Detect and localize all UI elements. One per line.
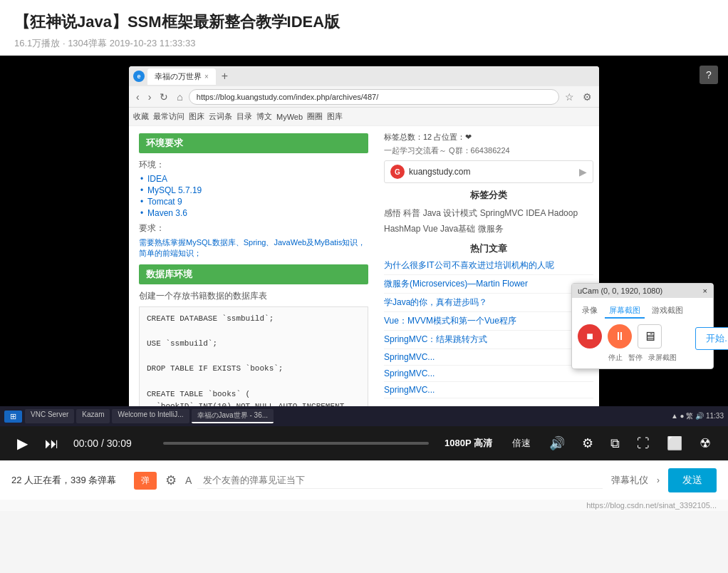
browser-logo: e <box>133 71 145 82</box>
page-title: 【狂神说Java】SSM框架最新整合教学IDEA版 <box>14 11 714 33</box>
tab-screenshot[interactable]: 屏幕截图 <box>605 304 645 319</box>
danmu-etiquette-link[interactable]: 弹幕礼仪 <box>611 474 648 487</box>
video-wrapper[interactable]: ? e 幸福の万世界 × + ‹ › ↻ ⌂ ☆ ⚙ 收藏 <box>0 56 728 426</box>
danmu-input[interactable] <box>197 472 603 489</box>
play-button[interactable]: ▶ <box>14 432 31 455</box>
hot-article-5[interactable]: SpringMVC：结果跳转方式 <box>384 334 593 349</box>
kuangstudy-domain: kuangstudy.com <box>409 167 575 177</box>
env-section-header: 环境要求 <box>139 133 368 153</box>
progress-bar[interactable] <box>163 442 429 445</box>
bookmark-myweb[interactable]: MyWeb <box>276 113 303 121</box>
screen-popup-close-icon[interactable]: × <box>703 286 707 295</box>
back-button[interactable]: ‹ <box>133 90 142 104</box>
bookmark-cloud[interactable]: 云词条 <box>209 111 232 122</box>
bookmark-button[interactable]: ☆ <box>562 90 577 104</box>
quality-button[interactable]: 1080P 高清 <box>440 434 496 453</box>
taskbar-systray: ▲ ● 繁 🔊 11:33 <box>671 411 724 421</box>
danmu-toggle-button[interactable]: 弹 <box>134 472 157 490</box>
sidebar-community: 一起学习交流看～ Q群：664386224 <box>384 145 593 156</box>
widescreen-button[interactable]: ⬜ <box>664 433 685 454</box>
taskbar-item-intellij[interactable]: Welcome to IntelliJ... <box>112 409 189 423</box>
taskbar-item-kazam[interactable]: Kazam <box>76 409 110 423</box>
tags-title: 标签分类 <box>384 189 593 202</box>
volume-button[interactable]: 🔊 <box>546 433 568 454</box>
monitor-button[interactable]: 🖥 <box>638 324 662 349</box>
tab-label: 幸福の万世界 <box>155 71 202 82</box>
hot-articles-section: 热门文章 为什么很多IT公司不喜欢进过培训机构的人呢 微服务(Microserv… <box>384 242 593 398</box>
bookmark-favorites[interactable]: 收藏 <box>133 111 149 122</box>
sidebar-stats: 标签总数：12 占位置：❤ <box>384 132 593 143</box>
screen-recording-popup: uCam (0, 0, 1920, 1080) × 录像 屏幕截图 游戏截图 ■… <box>571 283 714 369</box>
page-header: 【狂神说Java】SSM框架最新整合教学IDEA版 16.1万播放 · 1304… <box>0 0 728 56</box>
fullscreen-button[interactable]: ⛶ <box>634 433 652 454</box>
tab-recording[interactable]: 录像 <box>578 304 602 319</box>
hot-article-6[interactable]: SpringMVC... <box>384 352 593 366</box>
tab-close-icon[interactable]: × <box>204 73 209 81</box>
nuclear-button[interactable]: ☢ <box>697 433 714 454</box>
stop-button[interactable]: ■ <box>578 324 602 349</box>
browser-content: 环境要求 环境： IDEA MySQL 5.7.19 Tomcat 9 Mave… <box>129 126 599 415</box>
bookmark-gallery[interactable]: 图库 <box>327 111 343 122</box>
env-item-mysql: MySQL 5.7.19 <box>139 185 368 195</box>
env-item-tomcat: Tomcat 9 <box>139 197 368 207</box>
env-item-maven: Maven 3.6 <box>139 208 368 218</box>
pause-button[interactable]: ⏸ <box>608 324 632 349</box>
video-section: ? e 幸福の万世界 × + ‹ › ↻ ⌂ ☆ ⚙ 收藏 <box>0 56 728 460</box>
monitor-label: 录屏截图 <box>648 353 677 363</box>
video-controls: ▶ ⏭ 00:00 / 30:09 1080P 高清 倍速 🔊 ⚙ ⧉ ⛶ ⬜ … <box>0 426 728 460</box>
os-taskbar: ⊞ VNC Server Kazam Welcome to IntelliJ..… <box>0 406 728 426</box>
browser-bookmarks-bar: 收藏 最常访问 图床 云词条 目录 博文 MyWeb 圈圈 图库 <box>129 108 599 126</box>
bookmark-visited[interactable]: 最常访问 <box>153 111 184 122</box>
require-item: 需要熟练掌握MySQL数据库、Spring、JavaWeb及MyBatis知识，… <box>139 237 368 259</box>
taskbar-item-browser[interactable]: 幸福のJava世界 - 36... <box>192 409 274 423</box>
danmu-font-button[interactable]: A <box>185 475 192 486</box>
screen-popup-tabs: 录像 屏幕截图 游戏截图 <box>578 304 707 319</box>
db-section: 数据库环境 创建一个存放书籍数据的数据库表 CREATE DATABASE `s… <box>139 264 368 415</box>
url-hint: https://blog.csdn.net/sinat_3392105... <box>0 500 728 511</box>
hot-article-4[interactable]: Vue：MVVM模式和第一个Vue程序 <box>384 315 593 331</box>
danmu-settings-button[interactable]: ⚙ <box>165 473 177 488</box>
next-button[interactable]: ⏭ <box>42 433 62 455</box>
browser-sidebar: 标签总数：12 占位置：❤ 一起学习交流看～ Q群：664386224 G ku… <box>378 126 599 415</box>
tab-game[interactable]: 游戏截图 <box>648 304 687 319</box>
hot-article-7[interactable]: SpringMVC... <box>384 368 593 382</box>
tags-section: 标签分类 感悟 科普 Java 设计模式 SpringMVC IDEA Hado… <box>384 189 593 237</box>
home-button[interactable]: ⌂ <box>174 90 185 104</box>
browser-tab-active[interactable]: 幸福の万世界 × <box>147 68 216 85</box>
help-button[interactable]: ? <box>700 66 718 84</box>
hot-article-3[interactable]: 学Java的你，真有进步吗？ <box>384 296 593 312</box>
env-list: IDEA MySQL 5.7.19 Tomcat 9 Maven 3.6 <box>139 174 368 218</box>
new-tab-button[interactable]: + <box>219 70 231 83</box>
pip-button[interactable]: ⧉ <box>608 433 623 454</box>
db-section-header: 数据库环境 <box>139 264 368 284</box>
screen-popup-header: uCam (0, 0, 1920, 1080) × <box>572 284 713 298</box>
bookmark-circle[interactable]: 圈圈 <box>307 111 323 122</box>
screen-popup-labels: 停止 暂停 录屏截图 <box>578 353 707 363</box>
browser-window: e 幸福の万世界 × + ‹ › ↻ ⌂ ☆ ⚙ 收藏 最常访问 图床 云 <box>129 66 599 415</box>
env-label: 环境： <box>139 159 368 171</box>
refresh-button[interactable]: ↻ <box>157 90 171 104</box>
kuangstudy-link[interactable]: G kuangstudy.com ▶ <box>384 160 593 183</box>
settings-button[interactable]: ⚙ <box>579 433 596 454</box>
taskbar-item-vnc[interactable]: VNC Server <box>25 409 74 423</box>
address-bar[interactable] <box>189 89 559 105</box>
hot-article-1[interactable]: 为什么很多IT公司不喜欢进过培训机构的人呢 <box>384 259 593 275</box>
bookmark-image-host[interactable]: 图床 <box>189 111 204 122</box>
kuangstudy-icon: G <box>390 165 405 179</box>
hot-article-2[interactable]: 微服务(Microservices)—Martin Flower <box>384 278 593 294</box>
danmu-input-area: A <box>185 472 603 489</box>
hot-article-8[interactable]: SpringMVC... <box>384 385 593 398</box>
time-separator: / <box>101 438 107 449</box>
browser-tab-bar: e 幸福の万世界 × + <box>129 66 599 86</box>
bookmark-toc[interactable]: 目录 <box>236 111 252 122</box>
viewers-info: 22 人正在看，339 条弹幕 <box>11 474 125 487</box>
bookmark-blog[interactable]: 博文 <box>256 111 272 122</box>
extensions-button[interactable]: ⚙ <box>580 90 595 104</box>
start-menu-button[interactable]: ⊞ <box>4 411 22 423</box>
tags-cloud: 感悟 科普 Java 设计模式 SpringMVC IDEA Hadoop Ha… <box>384 206 593 237</box>
send-button[interactable]: 发送 <box>668 468 717 492</box>
systray-icons: ▲ ● 繁 🔊 11:33 <box>671 411 724 421</box>
speed-button[interactable]: 倍速 <box>508 434 535 453</box>
forward-button[interactable]: › <box>145 90 155 104</box>
start-recording-button[interactable]: 开始... <box>695 327 728 350</box>
